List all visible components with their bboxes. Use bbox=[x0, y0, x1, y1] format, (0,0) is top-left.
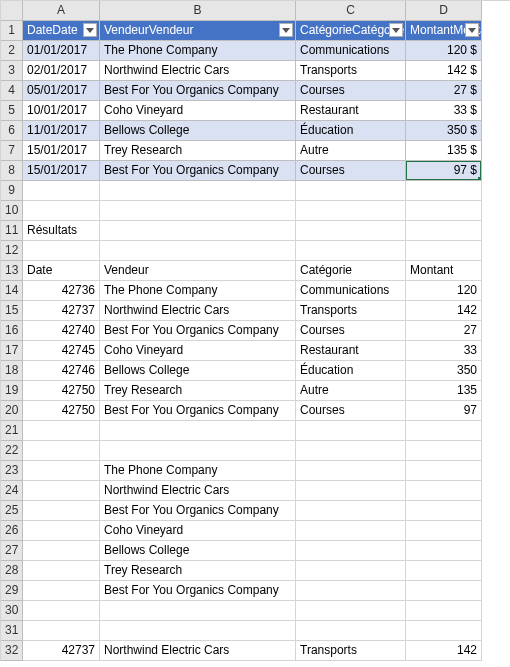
empty-cell[interactable] bbox=[406, 561, 482, 581]
table-cell[interactable]: Communications bbox=[296, 41, 406, 61]
empty-cell[interactable] bbox=[296, 461, 406, 481]
row-header-11[interactable]: 11 bbox=[1, 221, 23, 241]
row-header-14[interactable]: 14 bbox=[1, 281, 23, 301]
table-cell[interactable]: Éducation bbox=[296, 121, 406, 141]
results-cell[interactable]: 97 bbox=[406, 401, 482, 421]
results-cell[interactable]: 42740 bbox=[23, 321, 100, 341]
table-cell[interactable]: 120 $ bbox=[406, 41, 482, 61]
single-row-cell[interactable]: Northwind Electric Cars bbox=[100, 641, 296, 661]
empty-cell[interactable] bbox=[23, 541, 100, 561]
row-header-8[interactable]: 8 bbox=[1, 161, 23, 181]
column-header-A[interactable]: A bbox=[23, 1, 100, 21]
empty-cell[interactable] bbox=[100, 421, 296, 441]
vendor-list-cell[interactable]: Trey Research bbox=[100, 561, 296, 581]
row-header-22[interactable]: 22 bbox=[1, 441, 23, 461]
table-cell[interactable]: Northwind Electric Cars bbox=[100, 61, 296, 81]
empty-cell[interactable] bbox=[23, 581, 100, 601]
table-cell[interactable]: 350 $ bbox=[406, 121, 482, 141]
empty-cell[interactable] bbox=[406, 441, 482, 461]
empty-cell[interactable] bbox=[23, 181, 100, 201]
results-header-date[interactable]: Date bbox=[23, 261, 100, 281]
row-header-17[interactable]: 17 bbox=[1, 341, 23, 361]
empty-cell[interactable] bbox=[100, 601, 296, 621]
row-header-9[interactable]: 9 bbox=[1, 181, 23, 201]
empty-cell[interactable] bbox=[23, 241, 100, 261]
empty-cell[interactable] bbox=[296, 221, 406, 241]
table-cell[interactable]: 97 $ bbox=[406, 161, 482, 181]
table-cell[interactable]: 10/01/2017 bbox=[23, 101, 100, 121]
results-cell[interactable]: Bellows College bbox=[100, 361, 296, 381]
empty-cell[interactable] bbox=[23, 501, 100, 521]
row-header-26[interactable]: 26 bbox=[1, 521, 23, 541]
empty-cell[interactable] bbox=[406, 241, 482, 261]
filter-dropdown-icon[interactable] bbox=[83, 23, 97, 37]
row-header-31[interactable]: 31 bbox=[1, 621, 23, 641]
empty-cell[interactable] bbox=[100, 221, 296, 241]
results-cell[interactable]: 42746 bbox=[23, 361, 100, 381]
empty-cell[interactable] bbox=[296, 581, 406, 601]
fill-handle[interactable] bbox=[478, 177, 482, 181]
empty-cell[interactable] bbox=[23, 421, 100, 441]
results-cell[interactable]: 135 bbox=[406, 381, 482, 401]
results-cell[interactable]: 350 bbox=[406, 361, 482, 381]
table-cell[interactable]: 02/01/2017 bbox=[23, 61, 100, 81]
empty-cell[interactable] bbox=[100, 441, 296, 461]
filter-dropdown-icon[interactable] bbox=[389, 23, 403, 37]
table-cell[interactable]: The Phone Company bbox=[100, 41, 296, 61]
row-header-10[interactable]: 10 bbox=[1, 201, 23, 221]
results-cell[interactable]: Restaurant bbox=[296, 341, 406, 361]
results-cell[interactable]: Courses bbox=[296, 401, 406, 421]
empty-cell[interactable] bbox=[296, 541, 406, 561]
results-cell[interactable]: Coho Vineyard bbox=[100, 341, 296, 361]
empty-cell[interactable] bbox=[296, 441, 406, 461]
empty-cell[interactable] bbox=[406, 501, 482, 521]
results-cell[interactable]: The Phone Company bbox=[100, 281, 296, 301]
table-cell[interactable]: Bellows College bbox=[100, 121, 296, 141]
select-all-corner[interactable] bbox=[1, 1, 23, 21]
table-cell[interactable]: 15/01/2017 bbox=[23, 161, 100, 181]
results-cell[interactable]: 27 bbox=[406, 321, 482, 341]
single-row-cell[interactable]: Transports bbox=[296, 641, 406, 661]
empty-cell[interactable] bbox=[100, 181, 296, 201]
row-header-23[interactable]: 23 bbox=[1, 461, 23, 481]
results-cell[interactable]: Courses bbox=[296, 321, 406, 341]
row-header-21[interactable]: 21 bbox=[1, 421, 23, 441]
results-cell[interactable]: 42737 bbox=[23, 301, 100, 321]
results-cell[interactable]: Autre bbox=[296, 381, 406, 401]
empty-cell[interactable] bbox=[23, 601, 100, 621]
empty-cell[interactable] bbox=[406, 181, 482, 201]
row-header-1[interactable]: 1 bbox=[1, 21, 23, 41]
results-header-montant[interactable]: Montant bbox=[406, 261, 482, 281]
results-cell[interactable]: 120 bbox=[406, 281, 482, 301]
row-header-2[interactable]: 2 bbox=[1, 41, 23, 61]
table-cell[interactable]: Courses bbox=[296, 161, 406, 181]
single-row-cell[interactable]: 142 bbox=[406, 641, 482, 661]
table-cell[interactable]: Coho Vineyard bbox=[100, 101, 296, 121]
empty-cell[interactable] bbox=[23, 201, 100, 221]
empty-cell[interactable] bbox=[100, 621, 296, 641]
empty-cell[interactable] bbox=[406, 521, 482, 541]
empty-cell[interactable] bbox=[406, 581, 482, 601]
row-header-7[interactable]: 7 bbox=[1, 141, 23, 161]
row-header-12[interactable]: 12 bbox=[1, 241, 23, 261]
row-header-18[interactable]: 18 bbox=[1, 361, 23, 381]
vendor-list-cell[interactable]: Northwind Electric Cars bbox=[100, 481, 296, 501]
results-cell[interactable]: Trey Research bbox=[100, 381, 296, 401]
table-cell[interactable]: Restaurant bbox=[296, 101, 406, 121]
row-header-5[interactable]: 5 bbox=[1, 101, 23, 121]
empty-cell[interactable] bbox=[100, 201, 296, 221]
empty-cell[interactable] bbox=[100, 241, 296, 261]
empty-cell[interactable] bbox=[296, 421, 406, 441]
column-header-D[interactable]: D bbox=[406, 1, 482, 21]
table-header-date[interactable]: DateDate bbox=[23, 21, 100, 41]
row-header-24[interactable]: 24 bbox=[1, 481, 23, 501]
row-header-30[interactable]: 30 bbox=[1, 601, 23, 621]
table-cell[interactable]: Transports bbox=[296, 61, 406, 81]
row-header-32[interactable]: 32 bbox=[1, 641, 23, 661]
empty-cell[interactable] bbox=[23, 521, 100, 541]
empty-cell[interactable] bbox=[296, 561, 406, 581]
results-cell[interactable]: 42736 bbox=[23, 281, 100, 301]
row-header-27[interactable]: 27 bbox=[1, 541, 23, 561]
row-header-25[interactable]: 25 bbox=[1, 501, 23, 521]
table-cell[interactable]: 135 $ bbox=[406, 141, 482, 161]
